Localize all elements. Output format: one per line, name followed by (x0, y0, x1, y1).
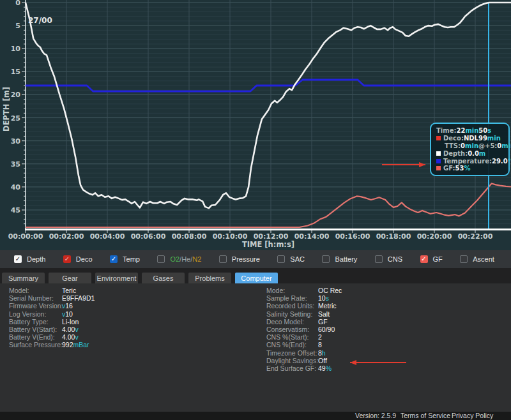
dive-profile-chart[interactable]: 051015202530354045 00:00:0000:02:0000:04… (0, 0, 511, 250)
field-value: 10 (65, 310, 73, 318)
tab-problems[interactable]: Problems (188, 273, 231, 283)
field-value: 8 (318, 341, 322, 349)
info-row: Depth: 0.0m (436, 149, 505, 157)
field-label: CNS %(End): (266, 341, 318, 349)
x-tick-label: 00:08:00 (169, 232, 210, 241)
legend-label: Deco (76, 255, 93, 263)
x-tick-label: 00:18:00 (373, 232, 414, 241)
computer-panel: Model:TericSerial Number:E9FFA9D1Firmwar… (0, 283, 511, 412)
checkbox-deco[interactable]: ✓ (63, 255, 71, 263)
field-value: E9FFA9D1 (62, 294, 95, 302)
detail-tabs: SummaryGearEnvironmentGasesProblemsCompu… (0, 268, 511, 283)
legend-toggle-o2-he-n2[interactable]: O2/He/N2 (157, 255, 201, 263)
info-row: Time: 22min 50s (436, 127, 505, 135)
legend-toggle-depth[interactable]: ✓Depth (14, 255, 45, 263)
field-cns-end: CNS %(End):8 (266, 341, 509, 349)
field-recorded-units: Recorded Units:Metric (266, 302, 509, 310)
field-value: Teric (62, 287, 76, 294)
field-label: Log Version: (9, 310, 62, 318)
field-label: Battery V(Start): (9, 326, 62, 333)
legend-toggle-temp[interactable]: ✓Temp (110, 255, 140, 263)
legend-toggle-deco[interactable]: ✓Deco (63, 255, 93, 263)
tab-gases[interactable]: Gases (142, 273, 185, 283)
field-value: 49 (318, 364, 326, 372)
legend-toggle-cns[interactable]: CNS (375, 255, 402, 263)
info-row: TTS: 0min @+5: 0min (436, 142, 505, 150)
field-value: Off (318, 357, 327, 364)
tab-summary[interactable]: Summary (2, 273, 45, 283)
legend-toggle-pressure[interactable]: Pressure (219, 255, 260, 263)
legend-label: Depth (27, 255, 45, 263)
legend-label: O2/He/N2 (170, 255, 201, 263)
field-label: Serial Number: (9, 294, 62, 302)
field-value: % (326, 364, 332, 372)
x-tick-label: 00:06:00 (128, 232, 169, 241)
legend-label: SAC (290, 255, 305, 263)
field-label: Recorded Units: (266, 302, 318, 310)
legend-label: Battery (335, 255, 357, 263)
field-label: Salinity Setting: (266, 310, 318, 318)
tab-computer[interactable]: Computer (235, 273, 278, 283)
field-value: 2 (318, 333, 322, 341)
tab-gear[interactable]: Gear (49, 273, 91, 283)
legend-label: GF (433, 255, 443, 263)
checkbox-sac[interactable] (277, 255, 285, 263)
field-mode: Mode:OC Rec (266, 287, 509, 294)
field-label: End Surface GF: (266, 364, 318, 372)
field-label: Deco Model: (266, 318, 318, 326)
field-label: Model: (9, 287, 62, 294)
y-tick-label: 40 (1, 183, 20, 191)
tab-environment[interactable]: Environment (95, 273, 138, 283)
legend-toggle-battery[interactable]: Battery (322, 255, 357, 263)
checkbox-o2-he-n2[interactable] (157, 255, 165, 263)
field-conservatism: Conservatism:60/90 (266, 326, 509, 333)
field-value: OC Rec (318, 287, 342, 294)
x-tick-label: 00:04:00 (87, 232, 128, 241)
legend-toggle-gf[interactable]: ✓GF (420, 255, 443, 263)
footer-link-privacy[interactable]: Privacy Policy (452, 412, 493, 419)
legend-toggle-ascent[interactable]: Ascent (460, 255, 494, 263)
field-label: Battery Type: (9, 318, 62, 326)
field-battery-v-start: Battery V(Start):4.00v (9, 326, 252, 333)
footer-bar: Version: 2.5.9 Terms of Service Privacy … (0, 412, 511, 420)
footer-link-terms[interactable]: Terms of Service (400, 412, 450, 419)
field-label: Mode: (266, 287, 318, 294)
field-label: Sample Rate: (266, 294, 318, 302)
field-battery-type: Battery Type:Li-Ion (9, 318, 252, 326)
x-axis-line (25, 229, 511, 230)
checkbox-battery[interactable] (322, 255, 330, 263)
field-cns-start: CNS %(Start):2 (266, 333, 509, 341)
field-label: CNS %(Start): (266, 333, 318, 341)
field-value: Li-Ion (62, 318, 79, 326)
field-label: Timezone Offset: (266, 349, 318, 357)
x-tick-label: 00:02:00 (46, 232, 87, 241)
checkbox-gf[interactable]: ✓ (420, 255, 428, 263)
y-tick-label: 45 (1, 206, 20, 214)
field-deco-model: Deco Model:GF (266, 318, 509, 326)
y-tick-label: 35 (1, 160, 20, 169)
info-row: Temperature: 29.0°C (436, 157, 505, 165)
field-value: Metric (318, 302, 337, 310)
y-axis-title: DEPTH [m] (2, 58, 11, 160)
x-tick-label: 00:16:00 (332, 232, 373, 241)
checkbox-cns[interactable] (375, 255, 383, 263)
field-label: Daylight Savings: (266, 357, 318, 364)
field-firmware-version: Firmware Version:v16 (9, 302, 252, 310)
checkbox-depth[interactable]: ✓ (14, 255, 22, 263)
series-swatch (436, 159, 441, 163)
legend-label: CNS (388, 255, 402, 263)
field-label: Surface Pressure: (9, 341, 62, 349)
checkbox-pressure[interactable] (219, 255, 227, 263)
field-value: 992 (62, 341, 73, 349)
field-value: Salt (318, 310, 330, 318)
footer-version: Version: 2.5.9 (355, 412, 396, 419)
field-end-surface-gf: End Surface GF:49% (266, 364, 509, 372)
dive-log-app: 051015202530354045 00:00:0000:02:0000:04… (0, 0, 511, 420)
series-swatch (436, 151, 441, 156)
checkbox-ascent[interactable] (460, 255, 468, 263)
field-battery-v-end: Battery V(End):4.00v (9, 333, 252, 341)
checkbox-temp[interactable]: ✓ (110, 255, 118, 263)
legend-toggle-sac[interactable]: SAC (277, 255, 305, 263)
legend-label: Ascent (473, 255, 494, 263)
x-tick-label: 00:20:00 (414, 232, 455, 241)
